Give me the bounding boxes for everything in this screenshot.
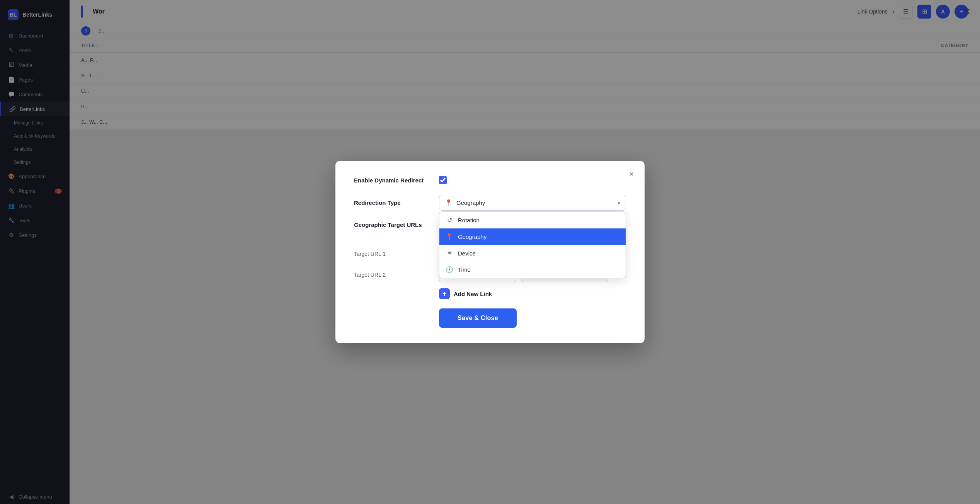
enable-dynamic-redirect-checkbox[interactable] [439,176,447,184]
dropdown-item-geography[interactable]: 📍 Geography [439,228,626,245]
overlay: × Enable Dynamic Redirect Redirection Ty… [0,0,980,504]
select-trigger-left: 📍 Geography [445,199,485,206]
target-url-1-label: Target URL 1 [354,251,439,257]
redirection-type-label: Redirection Type [354,199,439,206]
enable-dynamic-redirect-label: Enable Dynamic Redirect [354,177,439,184]
device-icon: 🖥 [446,250,453,257]
add-link-icon: + [439,288,450,299]
target-url-2-label: Target URL 2 [354,272,439,278]
dropdown-item-label: Geography [458,233,487,240]
checkbox-wrap [439,176,626,184]
redirection-type-row: Redirection Type 📍 Geography ▾ ↺ Rotatio… [354,195,626,211]
selected-option-label: Geography [456,199,485,206]
enable-dynamic-redirect-row: Enable Dynamic Redirect [354,176,626,184]
modal: × Enable Dynamic Redirect Redirection Ty… [335,161,645,343]
geography-icon: 📍 [446,233,453,240]
add-link-label: Add New Link [454,291,492,297]
dropdown-item-label: Rotation [458,217,480,223]
geographic-target-title: Geographic Target URLs [354,221,439,228]
rotation-icon: ↺ [446,216,453,224]
dropdown-item-device[interactable]: 🖥 Device [439,245,626,261]
add-new-link-button[interactable]: + Add New Link [354,288,626,299]
time-icon: 🕐 [446,266,453,273]
dropdown-item-label: Device [458,250,476,257]
modal-close-button[interactable]: × [625,168,638,180]
redirection-type-control: 📍 Geography ▾ ↺ Rotation 📍 Geography [439,195,626,211]
dropdown-item-label: Time [458,266,471,273]
dropdown-item-time[interactable]: 🕐 Time [439,261,626,278]
geography-pin-icon: 📍 [445,199,453,206]
chevron-down-icon: ▾ [618,200,620,206]
dropdown-item-rotation[interactable]: ↺ Rotation [439,212,626,228]
dropdown-menu: ↺ Rotation 📍 Geography 🖥 Device 🕐 Time [439,211,626,278]
redirection-type-select[interactable]: 📍 Geography ▾ [439,195,626,211]
save-close-button[interactable]: Save & Close [439,308,517,328]
